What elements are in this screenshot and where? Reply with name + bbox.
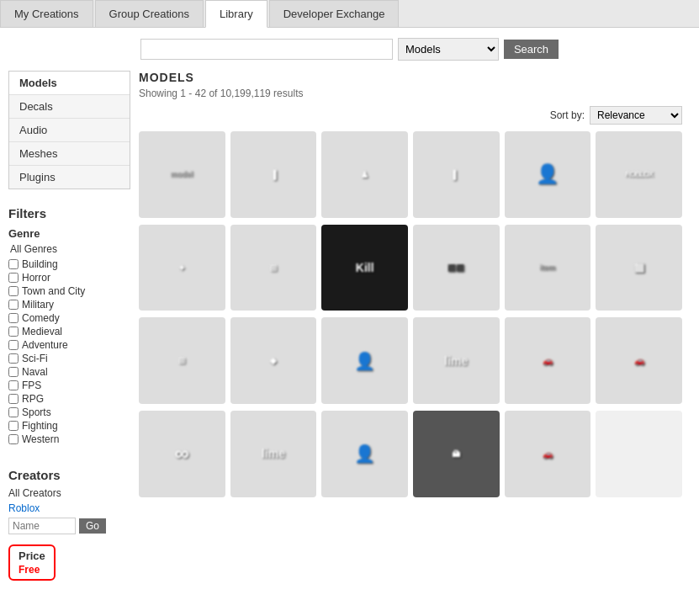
list-item[interactable]: 👤 [321,411,408,499]
checkbox-western[interactable] [8,434,19,444]
list-item[interactable]: 🚗 [505,411,591,499]
price-section: Price Free [8,544,130,581]
filter-fighting: Fighting [8,420,130,432]
list-item[interactable]: ⬛⬛ [413,225,500,313]
list-item[interactable]: ⊞ [230,225,317,313]
roblox-link[interactable]: Roblox [8,502,130,514]
sidebar-item-plugins[interactable]: Plugins [9,166,130,189]
all-genres-label: All Genres [8,243,130,255]
item-thumbnail: ♟ [321,131,408,218]
item-thumbnail: lime [413,317,500,404]
list-item[interactable]: item [505,225,591,313]
sidebar-item-meshes[interactable]: Meshes [9,142,130,166]
item-thumbnail: ▌ [413,131,500,218]
creator-name-input[interactable] [8,518,76,534]
list-item[interactable]: ∞ [139,411,225,499]
item-thumbnail [596,411,682,497]
filter-horror-label: Horror [22,272,50,284]
list-item[interactable] [596,411,682,499]
filter-sports: Sports [8,406,130,418]
list-item[interactable]: lime [230,411,317,499]
item-thumbnail: ∞ [139,411,225,497]
checkbox-sci-fi[interactable] [8,353,19,364]
list-item[interactable]: 🚗 [596,317,682,406]
checkbox-naval[interactable] [8,367,19,377]
checkbox-fps[interactable] [8,380,19,390]
creators-input-row: Go [8,518,130,534]
top-nav: My Creations Group Creations Library Dev… [0,0,699,28]
list-item[interactable]: model [139,131,225,220]
checkbox-horror[interactable] [8,273,19,283]
list-item[interactable]: ◆ [230,317,317,406]
filters-section: Filters Genre All Genres Building Horror… [8,202,130,459]
filter-town-city-label: Town and City [22,285,85,297]
genre-filter-group: Genre All Genres Building Horror Town an… [8,227,130,445]
item-thumbnail: Kill [321,225,408,311]
creators-title: Creators [8,468,130,482]
search-button[interactable]: Search [504,40,559,59]
tab-developer-exchange[interactable]: Developer Exchange [269,0,400,27]
checkbox-town-and-city[interactable] [8,286,19,296]
filter-sports-label: Sports [22,406,51,418]
creator-go-button[interactable]: Go [79,518,106,534]
creators-section: Creators All Creators Roblox Go [8,468,130,534]
filter-fps-label: FPS [22,380,41,391]
item-thumbnail: lime [230,411,317,497]
list-item[interactable]: Kill [321,225,408,313]
tab-library[interactable]: Library [205,0,267,28]
checkbox-adventure[interactable] [8,340,19,350]
checkbox-fighting[interactable] [8,421,19,431]
filter-western-label: Western [22,433,59,445]
filter-naval-label: Naval [22,366,48,378]
checkbox-building[interactable] [8,259,19,269]
item-thumbnail: 👤 [321,411,408,497]
filter-rpg: RPG [8,393,130,405]
item-thumbnail: model [139,131,225,218]
checkbox-sports[interactable] [8,407,19,417]
list-item[interactable]: ♟ [321,131,408,220]
item-thumbnail: 🚗 [505,411,591,497]
list-item[interactable]: ▐ [230,131,317,220]
sort-label: Sort by: [550,109,585,121]
category-select[interactable]: Models Decals Audio Meshes Plugins [398,38,499,61]
sidebar-item-audio[interactable]: Audio [9,119,130,142]
list-item[interactable]: ⬜ [596,225,682,313]
sort-select[interactable]: Relevance Most Recent Most Favorited [590,106,682,125]
search-input[interactable] [140,39,393,60]
checkbox-military[interactable] [8,300,19,310]
filter-western: Western [8,433,130,445]
filters-title: Filters [8,206,130,220]
item-thumbnail: ROBLOX [596,131,682,218]
item-thumbnail: ⬛⬛ [413,225,500,311]
filter-medieval-label: Medieval [22,326,62,337]
item-thumbnail: ⊞ [230,225,317,311]
item-thumbnail: 👤 [321,317,408,404]
list-item[interactable]: ✦ [139,225,225,313]
list-item[interactable]: lime [413,317,500,406]
list-item[interactable]: ROBLOX [596,131,682,220]
item-thumbnail: 👤 [505,131,591,218]
filter-adventure-label: Adventure [22,339,68,351]
list-item[interactable]: 👤 [505,131,591,220]
filter-military-label: Military [22,299,54,311]
sidebar-item-decals[interactable]: Decals [9,95,130,119]
tab-my-creations[interactable]: My Creations [0,0,93,27]
list-item[interactable]: ⊞ [139,317,225,406]
list-item[interactable]: 🚗 [505,317,591,406]
sidebar-item-models[interactable]: Models [9,72,130,95]
checkbox-comedy[interactable] [8,313,19,323]
list-item[interactable]: 👤 [321,317,408,406]
item-thumbnail: ⊞ [139,317,225,404]
content-header: MODELS Showing 1 - 42 of 10,199,119 resu… [139,71,682,99]
item-thumbnail: ✦ [139,225,225,311]
checkbox-medieval[interactable] [8,327,19,337]
list-item[interactable]: 🏔 [413,411,500,499]
item-thumbnail: item [505,225,591,311]
checkbox-rpg[interactable] [8,394,19,404]
filter-fps: FPS [8,380,130,391]
item-thumbnail: 🚗 [596,317,682,404]
tab-group-creations[interactable]: Group Creations [95,0,204,27]
item-thumbnail: ⬜ [596,225,682,311]
filter-scifi-label: Sci-Fi [22,353,48,364]
list-item[interactable]: ▌ [413,131,500,220]
